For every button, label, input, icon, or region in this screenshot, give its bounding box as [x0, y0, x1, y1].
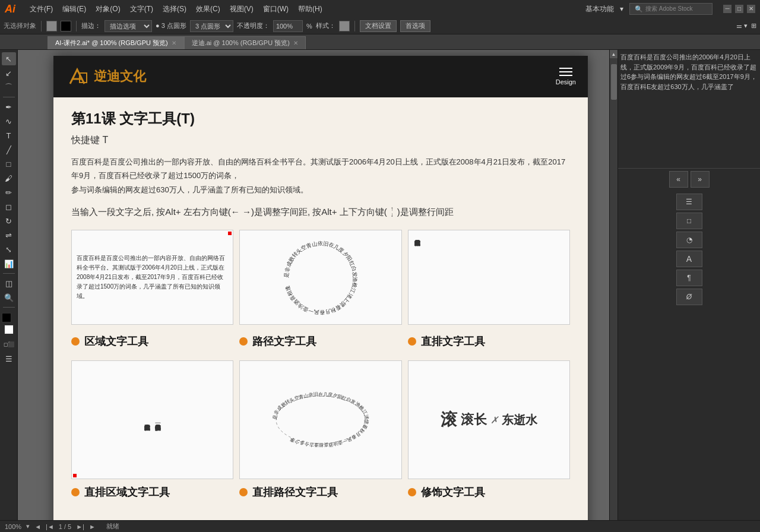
- canvas-area[interactable]: 逆迪文化 Design 第11课 文字工具(T) 快捷键 T 百度百科是百度公司…: [18, 50, 618, 532]
- tab-0[interactable]: AI-课件2.ai* @ 100% (RGB/GPU 预览) ✕: [48, 36, 184, 49]
- opacity-unit: %: [306, 23, 312, 30]
- tab-0-close[interactable]: ✕: [172, 40, 176, 46]
- tab-1[interactable]: 逆迪.ai @ 100% (RGB/GPU 预览) ✕: [184, 36, 306, 49]
- align-icon[interactable]: ⚌ ▾: [736, 22, 748, 30]
- page-prev-btn[interactable]: ◄: [34, 523, 41, 530]
- panel-expand-btn[interactable]: »: [691, 171, 710, 188]
- tool-graph[interactable]: 📊: [2, 257, 16, 270]
- tool-draw-mode[interactable]: ☰: [2, 352, 16, 365]
- page-next-btn[interactable]: ►: [89, 523, 96, 530]
- menu-view[interactable]: 视图(V): [230, 4, 254, 14]
- stroke-label: 描边：: [81, 21, 101, 30]
- point-select[interactable]: 3 点圆形: [190, 20, 233, 32]
- menu-window[interactable]: 窗口(W): [263, 4, 289, 14]
- color-indicator[interactable]: [2, 313, 16, 334]
- menu-text[interactable]: 文字(T): [130, 4, 153, 14]
- search-placeholder: 搜索 Adobe Stock: [645, 5, 692, 13]
- search-box[interactable]: 🔍 搜索 Adobe Stock: [629, 3, 712, 15]
- options-toolbar: 无选择对象 描边： 描边选项 ● 3 点圆形 3 点圆形 不透明度： % 样式：…: [0, 18, 760, 34]
- tab-bar: AI-课件2.ai* @ 100% (RGB/GPU 预览) ✕ 逆迪.ai @…: [0, 34, 760, 50]
- left-toolbar: ↖ ↙ ⌒ ✒ ∿ T ╱ □ 🖌 ✏ ◻ ↻ ⇌ ⤡ 📊 ◫ 🔍 ◻⬛ ☰: [0, 50, 18, 532]
- demo-cell2-vertical-path: 是非成败转头空青山依旧在几度夕阳红白发渔樵江渚惯看秋月春风一壶浊酒喜相逢古今多少…: [239, 360, 401, 479]
- maximize-button[interactable]: □: [735, 5, 743, 13]
- style-color-box[interactable]: [339, 21, 350, 31]
- hamburger-menu-icon[interactable]: [559, 68, 572, 76]
- tool-zoom[interactable]: 🔍: [2, 291, 16, 304]
- zoom-dropdown-icon[interactable]: ▾: [26, 522, 30, 530]
- deco-char-2: 滚长: [461, 411, 487, 429]
- panel-collapse-btn[interactable]: «: [669, 171, 688, 188]
- page-last-btn[interactable]: ►|: [76, 523, 84, 530]
- tool-separator1: [3, 97, 15, 97]
- menu-effect[interactable]: 效果(C): [196, 4, 220, 14]
- top-menu-bar: Ai 文件(F) 编辑(E) 对象(O) 文字(T) 选择(S) 效果(C) 视…: [0, 0, 760, 18]
- scroll-thumb[interactable]: [611, 64, 617, 100]
- scroll-up-arrow[interactable]: ▲: [610, 50, 618, 58]
- tool-text[interactable]: T: [2, 129, 16, 142]
- close-button[interactable]: ✕: [747, 5, 755, 13]
- opacity-input[interactable]: [273, 20, 303, 32]
- tool-lasso[interactable]: ⌒: [2, 81, 16, 94]
- tool-label-vertical: 直排文字工具: [408, 334, 570, 349]
- distribute-icon[interactable]: ⊞: [751, 22, 756, 30]
- tool-eraser[interactable]: ◻: [2, 200, 16, 213]
- demo-grid-1: 百度百科是百度公司推出的一部内容开放、自由的网络百科全书平台。其测试版于2006…: [71, 230, 570, 325]
- tool-rotate[interactable]: ↻: [2, 214, 16, 227]
- anchor-point: [228, 232, 232, 235]
- fill-color-box[interactable]: [61, 21, 71, 31]
- tool-color-mode[interactable]: ◻⬛: [2, 338, 16, 351]
- tool-line[interactable]: ╱: [2, 143, 16, 156]
- demo-cell2-decorative: 滚 滚长 ✗ 东逝水: [408, 360, 570, 479]
- shape-panel-btn[interactable]: □: [676, 213, 702, 229]
- menu-file[interactable]: 文件(F): [30, 4, 53, 14]
- app-logo: Ai: [5, 3, 15, 15]
- tool-label-path: 路径文字工具: [239, 334, 401, 349]
- page-num: 1 / 5: [59, 523, 71, 530]
- vertical-scrollbar[interactable]: ▲ ▼: [609, 50, 618, 532]
- scroll-track[interactable]: [610, 58, 618, 524]
- tool-label-vertical-path: 直排路径文字工具: [239, 485, 401, 499]
- text-panel-btn[interactable]: A: [676, 251, 702, 267]
- tool-rect[interactable]: □: [2, 157, 16, 170]
- deco-text: 东逝水: [502, 412, 537, 428]
- tool-pen[interactable]: ✒: [2, 100, 16, 113]
- shortcut-text: 快捷键 T: [71, 134, 570, 147]
- feature-label[interactable]: 基本功能: [585, 4, 614, 14]
- menu-object[interactable]: 对象(O): [96, 4, 120, 14]
- tab-1-close[interactable]: ✕: [293, 40, 298, 46]
- stroke-color-box[interactable]: [46, 21, 57, 31]
- stroke-select[interactable]: 描边选项: [104, 20, 152, 32]
- tool-select[interactable]: ↖: [2, 52, 16, 65]
- tool-label-vertical-path-text: 直排路径文字工具: [252, 485, 338, 499]
- background-color[interactable]: [4, 325, 14, 334]
- zoom-level[interactable]: 100%: [5, 523, 21, 530]
- menu-help[interactable]: 帮助(H): [298, 4, 322, 14]
- stroke-panel-btn[interactable]: ☰: [676, 194, 702, 210]
- tool-separator3: [3, 307, 15, 308]
- tool-gradient[interactable]: ◫: [2, 277, 16, 290]
- tool-mirror[interactable]: ⇌: [2, 229, 16, 242]
- menu-select[interactable]: 选择(S): [163, 4, 186, 14]
- tool-label-area-text: 区域文字工具: [84, 334, 148, 349]
- menu-edit[interactable]: 编辑(E): [62, 4, 86, 14]
- minimize-button[interactable]: ─: [723, 5, 732, 13]
- foreground-color[interactable]: [2, 313, 11, 322]
- tool-pencil[interactable]: ✏: [2, 186, 16, 199]
- doc-menu-area[interactable]: Design: [556, 68, 576, 86]
- tool-separator2: [3, 273, 15, 274]
- deco-slash: ✗: [490, 414, 498, 426]
- logo-text: 逆迪文化: [94, 68, 146, 86]
- tool-curvature[interactable]: ∿: [2, 115, 16, 128]
- tool-paintbrush[interactable]: 🖌: [2, 172, 16, 185]
- svg-text:是非成败转头空青山依旧在几度夕阳红白发渔樵江渚惯看秋月春风一: 是非成败转头空青山依旧在几度夕阳红白发渔樵江渚惯看秋月春风一壶浊酒喜相逢古今多少…: [272, 392, 370, 448]
- preferences-button[interactable]: 首选项: [400, 20, 430, 32]
- doc-settings-button[interactable]: 文档设置: [360, 20, 397, 32]
- tool-direct-select[interactable]: ↙: [2, 66, 16, 80]
- tool-scale[interactable]: ⤡: [2, 243, 16, 256]
- window-controls: ─ □ ✕: [723, 5, 755, 13]
- para-panel-btn[interactable]: ¶: [676, 270, 702, 286]
- gradient-panel-btn[interactable]: ◔: [676, 232, 702, 248]
- opentype-panel-btn[interactable]: Ø: [676, 289, 702, 305]
- page-first-btn[interactable]: |◄: [46, 523, 54, 530]
- feature-dropdown-icon[interactable]: ▾: [620, 5, 623, 13]
